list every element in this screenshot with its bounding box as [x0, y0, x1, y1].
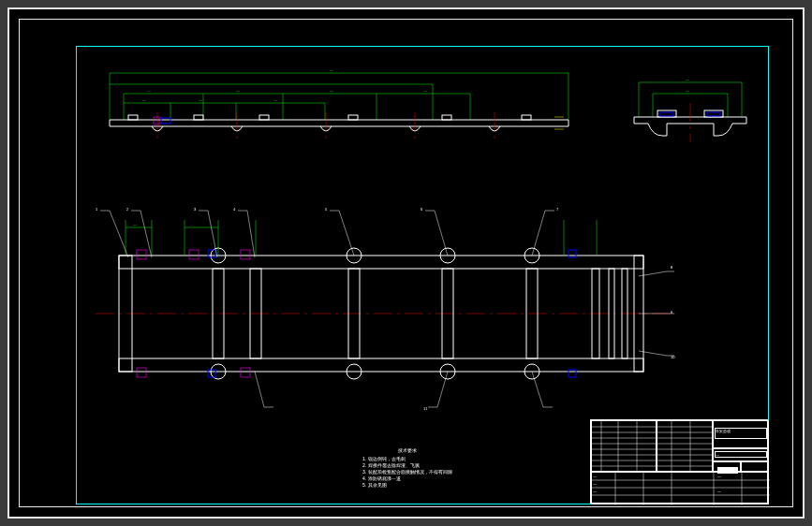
notes-line-3: 3. 装配后检查配合面接触情况，不得有间隙 — [362, 469, 452, 475]
balloon-8: 8 — [671, 265, 673, 270]
balloon-4: 4 — [233, 207, 236, 212]
balloon-2: 2 — [126, 207, 129, 212]
title-drawing-no: — — [715, 451, 767, 458]
balloon-5: 5 — [325, 207, 328, 212]
notes-line-1: 1. 锐边倒钝，去毛刺 — [362, 456, 452, 462]
balloon-10: 10 — [671, 355, 675, 359]
title-approved: — — [593, 489, 597, 493]
view-side-elevation: — — — — — — — — — [96, 66, 583, 159]
svg-rect-88 — [568, 370, 576, 377]
dim-s3: — — [273, 97, 277, 102]
dim-d2: — — [236, 88, 240, 93]
svg-line-95 — [247, 211, 255, 257]
svg-rect-52 — [119, 358, 643, 372]
svg-rect-29 — [522, 115, 531, 120]
view-end-elevation: — — — [620, 66, 760, 159]
svg-rect-80 — [137, 250, 146, 259]
notes-line-2: 2. 焊接件需去除焊渣、飞溅 — [362, 462, 452, 469]
title-block: 车架总成 — — — — — [590, 419, 768, 504]
balloon-6: 6 — [421, 207, 423, 212]
app-inner-frame: — — — — — — — — — [19, 19, 793, 507]
svg-rect-31 — [154, 117, 159, 124]
svg-line-99 — [435, 211, 448, 256]
title-designed: — — [593, 474, 597, 478]
svg-rect-86 — [568, 250, 576, 257]
dim-d4: — — [423, 88, 427, 93]
title-scale: — — [717, 474, 721, 478]
balloon-11: 11 — [423, 406, 428, 411]
dim-end-1: — — [686, 77, 689, 81]
svg-rect-27 — [348, 115, 358, 120]
dim-end-2: — — [686, 88, 689, 93]
dim-s2: — — [199, 97, 202, 102]
svg-rect-25 — [194, 115, 203, 120]
dim-plan-1: — — [133, 222, 137, 226]
svg-rect-84 — [241, 368, 250, 377]
svg-rect-26 — [259, 115, 269, 120]
notes-line-4: 4. 涂防锈底漆一道 — [362, 475, 452, 482]
svg-rect-83 — [137, 368, 146, 377]
drawing-border: — — — — — — — — — [76, 46, 769, 504]
title-drawing-name: 车架总成 — [715, 428, 767, 439]
svg-rect-30 — [161, 118, 170, 124]
balloon-1: 1 — [96, 207, 98, 212]
svg-rect-47 — [660, 112, 673, 116]
svg-rect-51 — [119, 256, 643, 269]
svg-line-109 — [255, 372, 264, 407]
notes-title: 技术要求 — [362, 447, 452, 454]
svg-rect-28 — [442, 115, 451, 120]
view-plan: — — [96, 183, 676, 416]
balloon-3: 3 — [194, 207, 197, 212]
title-checked: — — [593, 481, 597, 486]
dim-overall: — — [330, 67, 333, 72]
svg-line-97 — [339, 211, 354, 256]
svg-rect-82 — [241, 250, 250, 259]
app-outer-frame: — — — — — — — — — [7, 7, 805, 519]
svg-line-101 — [532, 211, 545, 256]
dim-d1: — — [147, 88, 151, 93]
svg-rect-81 — [189, 250, 199, 259]
dim-d3: — — [330, 88, 333, 93]
svg-rect-48 — [707, 112, 720, 116]
technical-notes: 技术要求 1. 锐边倒钝，去毛刺 2. 焊接件需去除焊渣、飞溅 3. 装配后检查… — [362, 447, 452, 489]
balloon-7: 7 — [556, 207, 559, 212]
title-company: — — [717, 489, 721, 493]
notes-line-5: 5. 其余见图 — [362, 482, 452, 489]
dim-s1: — — [142, 97, 146, 102]
svg-rect-24 — [128, 115, 138, 120]
